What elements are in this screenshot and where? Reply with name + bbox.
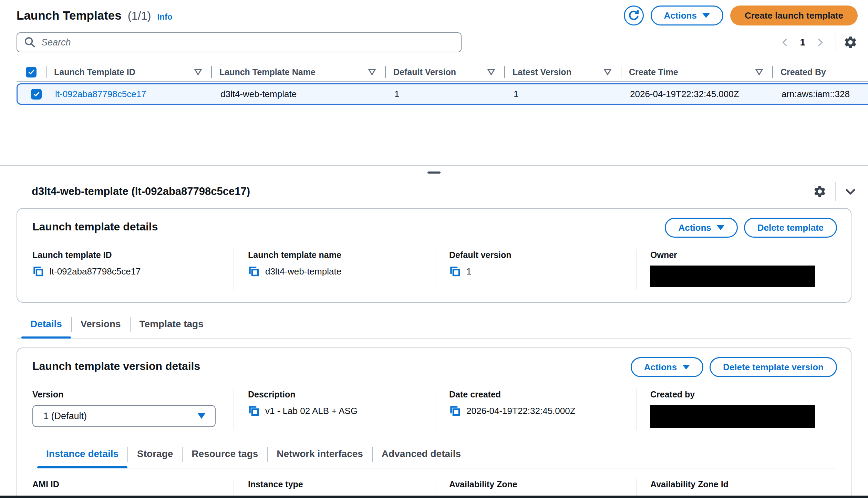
created-by-value-redacted bbox=[650, 405, 815, 428]
create-launch-template-label: Create launch template bbox=[745, 10, 843, 21]
list-actions-button[interactable]: Actions bbox=[651, 6, 723, 25]
tab-storage[interactable]: Storage bbox=[128, 446, 182, 468]
collapse-panel-button[interactable] bbox=[844, 185, 857, 198]
tab-details[interactable]: Details bbox=[21, 316, 71, 338]
launch-templates-list-panel: Launch Templates (1/1) Info Actions bbox=[0, 0, 868, 165]
caret-down-icon bbox=[717, 225, 724, 230]
field-label: Description bbox=[248, 390, 424, 400]
copy-icon[interactable] bbox=[248, 266, 260, 277]
bottom-edge-bar bbox=[0, 496, 868, 498]
column-header-latest-version[interactable]: Latest Version bbox=[504, 66, 621, 78]
copy-icon[interactable] bbox=[449, 405, 461, 417]
tab-network-interfaces[interactable]: Network interfaces bbox=[268, 446, 372, 468]
filter-icon[interactable] bbox=[194, 69, 202, 75]
column-header-launch-template-name[interactable]: Launch Template Name bbox=[211, 66, 385, 78]
field-value: lt-092aba87798c5ce17 bbox=[50, 266, 141, 277]
template-detail-panel: d3lt4-web-template (lt-092aba87798c5ce17… bbox=[0, 182, 868, 498]
ec2-launch-templates-page: Launch Templates (1/1) Info Actions bbox=[0, 0, 868, 498]
search-input[interactable] bbox=[41, 37, 454, 48]
field-label: Created by bbox=[650, 390, 827, 400]
field-label: Availability Zone Id bbox=[650, 479, 827, 489]
tab-template-tags[interactable]: Template tags bbox=[131, 316, 213, 338]
result-counter: (1/1) bbox=[128, 9, 151, 22]
search-box[interactable] bbox=[17, 32, 462, 52]
caret-down-icon bbox=[682, 365, 690, 370]
column-header-launch-template-id[interactable]: Launch Template ID bbox=[46, 66, 211, 78]
tab-instance-details[interactable]: Instance details bbox=[37, 446, 127, 468]
cell-template-name: d3lt4-web-template bbox=[212, 89, 386, 100]
field-label: AMI ID bbox=[32, 479, 223, 489]
details-actions-button[interactable]: Actions bbox=[665, 218, 737, 238]
field-label: Owner bbox=[650, 250, 827, 260]
prev-page-button[interactable] bbox=[776, 33, 794, 51]
cell-latest-version: 1 bbox=[505, 89, 622, 100]
version-select-label: Version bbox=[32, 390, 223, 400]
cell-default-version: 1 bbox=[386, 89, 505, 100]
field-value: v1 - Lab 02 ALB + ASG bbox=[265, 406, 358, 416]
chevron-down-icon bbox=[844, 185, 857, 198]
detail-tabs: Details Versions Template tags bbox=[17, 316, 851, 339]
field-label: Launch template name bbox=[248, 250, 424, 260]
table-row[interactable]: lt-092aba87798c5ce17 d3lt4-web-template … bbox=[17, 83, 868, 105]
copy-icon[interactable] bbox=[449, 266, 461, 277]
version-card-title: Launch template version details bbox=[32, 360, 200, 373]
divider bbox=[835, 182, 836, 201]
gear-icon bbox=[813, 185, 827, 198]
select-all-checkbox[interactable] bbox=[26, 67, 37, 77]
delete-template-version-button[interactable]: Delete template version bbox=[710, 357, 837, 377]
field-label: Availability Zone bbox=[449, 479, 626, 489]
column-header-created-by[interactable]: Created By bbox=[772, 66, 868, 78]
field-value: 2026-04-19T22:32:45.000Z bbox=[466, 406, 576, 416]
filter-icon[interactable] bbox=[368, 69, 376, 75]
tab-resource-tags[interactable]: Resource tags bbox=[183, 446, 267, 468]
table-header-row: Launch Template ID Launch Template Name … bbox=[17, 63, 868, 82]
details-card-title: Launch template details bbox=[32, 220, 158, 233]
filter-row: 1 bbox=[17, 32, 868, 52]
copy-icon[interactable] bbox=[248, 405, 260, 417]
chevron-left-icon bbox=[780, 37, 790, 48]
field-label: Launch template ID bbox=[32, 250, 223, 260]
chevron-right-icon bbox=[815, 37, 825, 48]
cell-created-by: arn:aws:iam::328 bbox=[773, 89, 868, 100]
field-label: Date created bbox=[449, 390, 626, 400]
delete-template-button[interactable]: Delete template bbox=[744, 218, 837, 238]
row-checkbox[interactable] bbox=[31, 89, 42, 100]
list-actions-label: Actions bbox=[664, 10, 697, 21]
version-select[interactable]: 1 (Default) bbox=[32, 405, 216, 427]
cell-create-time: 2026-04-19T22:32:45.000Z bbox=[622, 89, 773, 100]
filter-icon[interactable] bbox=[487, 69, 495, 75]
column-header-default-version[interactable]: Default Version bbox=[385, 66, 504, 78]
filter-icon[interactable] bbox=[755, 69, 763, 75]
caret-down-icon bbox=[702, 13, 710, 18]
divider bbox=[836, 33, 836, 51]
field-label: Instance type bbox=[248, 479, 424, 489]
tab-versions[interactable]: Versions bbox=[72, 316, 130, 338]
version-details-card: Launch template version details Actions … bbox=[17, 347, 851, 498]
next-page-button[interactable] bbox=[811, 33, 829, 51]
field-value: d3lt4-web-template bbox=[265, 266, 341, 277]
field-value: 1 bbox=[466, 266, 471, 277]
tab-advanced-details[interactable]: Advanced details bbox=[373, 446, 470, 468]
version-select-value: 1 (Default) bbox=[43, 411, 87, 422]
owner-value-redacted bbox=[650, 266, 815, 287]
caret-down-icon bbox=[198, 413, 205, 419]
current-page[interactable]: 1 bbox=[794, 37, 811, 48]
launch-template-details-card: Launch template details Actions Delete t… bbox=[17, 208, 851, 303]
preferences-button[interactable] bbox=[843, 35, 858, 50]
version-actions-button[interactable]: Actions bbox=[631, 357, 703, 377]
template-id-link[interactable]: lt-092aba87798c5ce17 bbox=[55, 89, 146, 99]
field-label: Default version bbox=[449, 250, 626, 260]
page-title: Launch Templates bbox=[17, 9, 122, 22]
panel-preferences-button[interactable] bbox=[813, 185, 827, 198]
drag-handle-icon[interactable] bbox=[427, 172, 441, 174]
column-header-create-time[interactable]: Create Time bbox=[621, 66, 772, 78]
info-link[interactable]: Info bbox=[157, 12, 173, 22]
refresh-button[interactable] bbox=[624, 6, 644, 25]
pagination: 1 bbox=[776, 33, 858, 51]
split-panel-divider[interactable] bbox=[0, 165, 868, 180]
copy-icon[interactable] bbox=[32, 266, 44, 277]
search-icon bbox=[24, 37, 36, 48]
filter-icon[interactable] bbox=[603, 69, 612, 75]
create-launch-template-button[interactable]: Create launch template bbox=[730, 6, 858, 25]
version-detail-tabs: Instance details Storage Resource tags N… bbox=[32, 446, 837, 468]
